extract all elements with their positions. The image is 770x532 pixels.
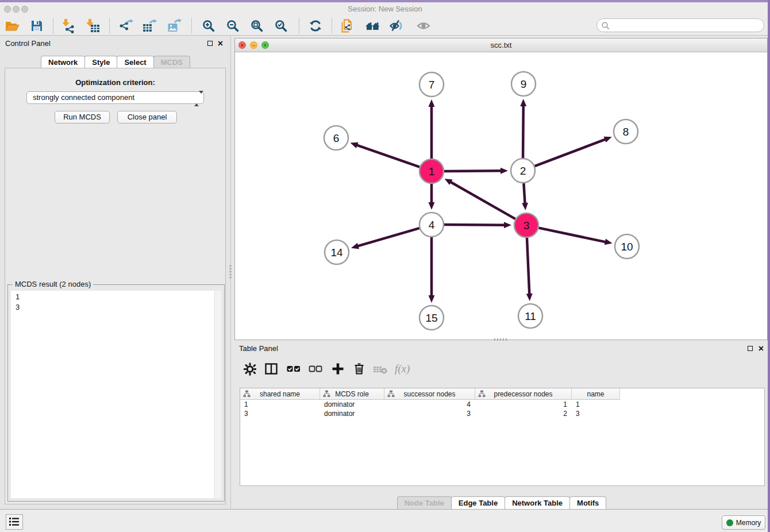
mcds-tab-content: Optimization criterion: strongly connect… bbox=[5, 68, 226, 504]
tab-mcds[interactable]: MCDS bbox=[153, 56, 190, 68]
column-header-name[interactable]: name bbox=[572, 388, 620, 399]
import-network-icon[interactable] bbox=[60, 18, 75, 33]
cell-successor-nodes[interactable]: 4 bbox=[384, 400, 475, 409]
edge-3-10[interactable] bbox=[539, 228, 613, 245]
memory-button-label: Memory bbox=[736, 519, 761, 527]
save-session-icon[interactable] bbox=[29, 18, 44, 33]
task-history-button[interactable] bbox=[6, 514, 23, 530]
table-header-row: shared nameMCDS rolesuccessor nodesprede… bbox=[240, 388, 620, 400]
node-14[interactable]: 14 bbox=[325, 240, 349, 264]
column-header-mcds-role[interactable]: MCDS role bbox=[320, 388, 384, 399]
node-4[interactable]: 4 bbox=[419, 213, 444, 237]
deselect-all-icon[interactable] bbox=[308, 361, 323, 376]
table-panel-tabs: Node TableEdge TableNetwork TableMotifs bbox=[234, 496, 768, 509]
tab-select[interactable]: Select bbox=[117, 56, 153, 68]
close-table-panel-icon[interactable]: × bbox=[759, 345, 764, 352]
refresh-layout-icon[interactable] bbox=[308, 18, 323, 33]
node-6[interactable]: 6 bbox=[324, 126, 348, 150]
node-3[interactable]: 3 bbox=[514, 213, 538, 237]
node-15[interactable]: 15 bbox=[419, 306, 444, 330]
zoom-in-icon[interactable] bbox=[201, 18, 216, 33]
zoom-fit-icon[interactable] bbox=[249, 18, 264, 33]
zoom-out-icon[interactable] bbox=[225, 18, 240, 33]
edge-2-3[interactable] bbox=[522, 183, 528, 210]
column-header-successor-nodes[interactable]: successor nodes bbox=[384, 388, 475, 399]
edge-1-4[interactable] bbox=[429, 184, 435, 210]
node-10[interactable]: 10 bbox=[615, 234, 639, 259]
network-maximize-button[interactable]: + bbox=[261, 41, 269, 49]
cell-predecessor-nodes[interactable]: 2 bbox=[475, 409, 572, 418]
close-panel-button[interactable]: Close panel bbox=[117, 111, 177, 124]
cell-name[interactable]: 1 bbox=[572, 400, 620, 409]
vertical-splitter-handle[interactable] bbox=[229, 265, 232, 278]
mcds-result-area[interactable]: 1 3 bbox=[11, 291, 221, 498]
node-8[interactable]: 8 bbox=[614, 119, 638, 144]
delete-column-trash-icon[interactable] bbox=[352, 361, 367, 376]
cell-name[interactable]: 3 bbox=[572, 409, 620, 418]
clone-network-icon[interactable] bbox=[340, 18, 355, 33]
tab-network[interactable]: Network bbox=[41, 56, 85, 68]
edge-2-8[interactable] bbox=[535, 137, 612, 167]
first-neighbors-icon[interactable] bbox=[365, 18, 380, 33]
network-canvas[interactable]: 7968124314101511 bbox=[235, 52, 767, 340]
node-7[interactable]: 7 bbox=[419, 72, 444, 97]
result-scrollbar[interactable] bbox=[214, 291, 221, 498]
window-minimize-button[interactable] bbox=[13, 6, 20, 13]
network-minimize-button[interactable]: – bbox=[250, 41, 257, 49]
show-columns-icon[interactable] bbox=[264, 361, 279, 376]
network-close-button[interactable]: × bbox=[238, 41, 246, 49]
node-1[interactable]: 1 bbox=[419, 159, 444, 183]
column-header-predecessor-nodes[interactable]: predecessor nodes bbox=[475, 388, 572, 399]
window-zoom-button[interactable] bbox=[21, 6, 28, 13]
table-body: 1dominator4113dominator323 bbox=[240, 400, 764, 418]
node-9[interactable]: 9 bbox=[511, 72, 536, 96]
edge-3-11[interactable] bbox=[526, 238, 533, 301]
edge-3-1[interactable] bbox=[445, 179, 515, 219]
search-input[interactable] bbox=[612, 20, 761, 32]
mcds-result-text: 1 3 bbox=[11, 291, 221, 314]
create-column-icon[interactable] bbox=[330, 361, 345, 376]
cell-mcds-role[interactable]: dominator bbox=[320, 400, 384, 409]
cell-mcds-role[interactable]: dominator bbox=[320, 409, 384, 418]
horizontal-splitter-handle[interactable] bbox=[494, 338, 507, 341]
export-table-icon[interactable] bbox=[143, 18, 157, 33]
edge-1-6[interactable] bbox=[351, 142, 420, 167]
edge-1-7[interactable] bbox=[429, 99, 435, 159]
select-all-icon[interactable] bbox=[286, 361, 301, 376]
cell-predecessor-nodes[interactable]: 1 bbox=[475, 400, 572, 409]
edge-4-3[interactable] bbox=[444, 222, 511, 228]
float-panel-icon[interactable] bbox=[207, 41, 213, 46]
zoom-selected-icon[interactable] bbox=[274, 18, 288, 33]
window-title: Session: New Session bbox=[0, 2, 770, 16]
network-window-titlebar[interactable]: × – + scc.txt bbox=[235, 38, 767, 52]
optimization-criterion-select[interactable]: strongly connected component bbox=[26, 91, 204, 104]
tab-edge-table[interactable]: Edge Table bbox=[451, 496, 505, 509]
window-close-button[interactable] bbox=[4, 6, 11, 13]
edge-2-9[interactable] bbox=[520, 99, 526, 158]
close-panel-icon[interactable]: × bbox=[218, 40, 223, 47]
hide-selected-icon[interactable] bbox=[389, 18, 404, 33]
node-2[interactable]: 2 bbox=[511, 159, 535, 183]
column-header-shared-name[interactable]: shared name bbox=[240, 388, 320, 399]
tab-network-table[interactable]: Network Table bbox=[505, 496, 570, 509]
export-image-icon[interactable] bbox=[167, 18, 182, 33]
edge-1-2[interactable] bbox=[444, 168, 508, 174]
tab-style[interactable]: Style bbox=[84, 56, 117, 68]
export-network-icon[interactable] bbox=[118, 18, 133, 33]
memory-button[interactable]: Memory bbox=[722, 515, 765, 530]
cell-successor-nodes[interactable]: 3 bbox=[384, 409, 475, 418]
run-mcds-button[interactable]: Run MCDS bbox=[55, 111, 110, 124]
tab-motifs[interactable]: Motifs bbox=[569, 496, 606, 509]
cell-shared-name[interactable]: 1 bbox=[240, 400, 320, 409]
import-table-icon[interactable] bbox=[85, 18, 100, 33]
float-table-panel-icon[interactable] bbox=[748, 346, 753, 351]
edge-4-15[interactable] bbox=[429, 237, 435, 303]
edge-4-14[interactable] bbox=[351, 228, 419, 249]
cell-shared-name[interactable]: 3 bbox=[240, 409, 320, 418]
node-label: 10 bbox=[621, 241, 633, 253]
open-session-icon[interactable] bbox=[5, 18, 20, 33]
toolbar-separator bbox=[299, 18, 299, 33]
tab-node-table[interactable]: Node Table bbox=[397, 496, 452, 509]
table-settings-gear-icon[interactable] bbox=[242, 361, 257, 376]
node-11[interactable]: 11 bbox=[518, 304, 542, 328]
